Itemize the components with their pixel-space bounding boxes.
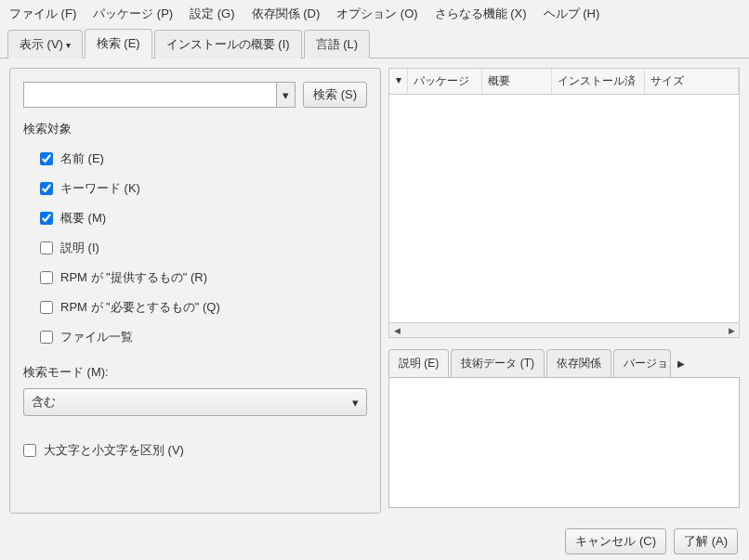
check-summary-label: 概要 (M): [60, 210, 106, 227]
table-col-menu[interactable]: ▾: [389, 69, 408, 94]
search-target-label: 検索対象: [23, 121, 367, 137]
check-case-sensitive[interactable]: [23, 444, 36, 457]
footer: キャンセル (C) 了解 (A): [0, 523, 749, 560]
detail-tab-versions[interactable]: バージョン: [613, 349, 671, 377]
package-table: ▾ パッケージ 概要 インストール済 サイズ: [388, 68, 740, 323]
check-provides[interactable]: [40, 271, 53, 284]
main-tabs: 表示 (V) 検索 (E) インストールの概要 (I) 言語 (L): [0, 28, 749, 59]
tab-install-summary[interactable]: インストールの概要 (I): [154, 30, 302, 59]
tab-search[interactable]: 検索 (E): [85, 29, 152, 59]
check-summary[interactable]: [40, 212, 53, 225]
check-provides-label: RPM が "提供するもの" (R): [60, 269, 207, 286]
table-body[interactable]: [389, 95, 739, 322]
scroll-left-icon[interactable]: ◀: [389, 323, 404, 337]
scroll-right-icon[interactable]: ▶: [724, 323, 739, 337]
search-input[interactable]: [24, 83, 276, 107]
search-mode-select[interactable]: 含む ▾: [23, 388, 367, 416]
detail-tab-deps[interactable]: 依存関係: [546, 349, 611, 377]
menu-settings[interactable]: 設定 (G): [190, 6, 234, 22]
detail-tab-description[interactable]: 説明 (E): [388, 349, 449, 377]
tab-view[interactable]: 表示 (V): [7, 30, 83, 59]
detail-tab-techdata[interactable]: 技術データ (T): [451, 349, 545, 377]
check-case-label: 大文字と小文字を区別 (V): [44, 442, 184, 459]
table-hscrollbar[interactable]: ◀ ▶: [388, 323, 740, 338]
ok-button[interactable]: 了解 (A): [674, 528, 738, 554]
check-keyword[interactable]: [40, 182, 53, 195]
detail-tabs: 説明 (E) 技術データ (T) 依存関係 バージョン ▶: [388, 349, 740, 378]
check-requires-label: RPM が "必要とするもの" (Q): [60, 299, 220, 316]
search-panel: ▾ 検索 (S) 検索対象 名前 (E) キーワード (K) 概要 (M) 説明…: [9, 68, 381, 514]
table-col-summary[interactable]: 概要: [482, 69, 552, 94]
menu-extra[interactable]: さらなる機能 (X): [435, 6, 527, 22]
menu-package[interactable]: パッケージ (P): [93, 6, 173, 22]
search-mode-value: 含む: [32, 394, 56, 410]
check-keyword-label: キーワード (K): [60, 180, 140, 197]
search-button[interactable]: 検索 (S): [303, 82, 367, 108]
table-col-size[interactable]: サイズ: [645, 69, 739, 94]
menu-options[interactable]: オプション (O): [336, 6, 417, 22]
menubar: ファイル (F) パッケージ (P) 設定 (G) 依存関係 (D) オプション…: [0, 0, 749, 28]
chevron-down-icon: ▾: [283, 88, 289, 102]
check-name[interactable]: [40, 152, 53, 165]
search-combo-dropdown[interactable]: ▾: [276, 83, 295, 107]
chevron-down-icon: ▾: [352, 396, 359, 410]
check-description[interactable]: [40, 241, 53, 254]
check-description-label: 説明 (I): [60, 240, 99, 256]
tab-language[interactable]: 言語 (L): [304, 30, 371, 59]
check-filelist-label: ファイル一覧: [60, 329, 133, 345]
check-requires[interactable]: [40, 301, 53, 314]
menu-deps[interactable]: 依存関係 (D): [252, 6, 321, 22]
table-col-installed[interactable]: インストール済: [552, 69, 645, 94]
check-filelist[interactable]: [40, 331, 53, 344]
menu-file[interactable]: ファイル (F): [9, 6, 76, 22]
detail-tabs-scroll-right[interactable]: ▶: [673, 349, 690, 377]
search-combo[interactable]: ▾: [23, 82, 296, 108]
check-name-label: 名前 (E): [60, 150, 104, 167]
menu-help[interactable]: ヘルプ (H): [544, 6, 600, 22]
table-col-package[interactable]: パッケージ: [408, 69, 482, 94]
search-mode-label: 検索モード (M):: [23, 364, 367, 381]
cancel-button[interactable]: キャンセル (C): [565, 528, 666, 554]
detail-body: [388, 378, 740, 508]
